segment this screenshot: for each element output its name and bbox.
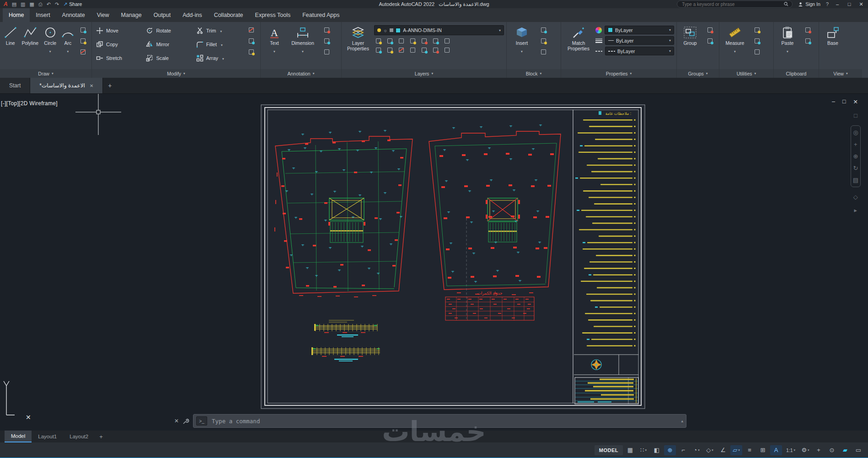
file-tab-document[interactable]: *الاعمدة والاساسات ✕	[30, 78, 103, 93]
object-snap-tracking-icon[interactable]: ∠	[717, 445, 729, 455]
save-icon[interactable]: ▦	[29, 1, 34, 7]
line-button[interactable]: Line	[2, 24, 19, 69]
fillet-button[interactable]: Fillet	[194, 38, 242, 51]
panel-label-annotation[interactable]: Annotation	[261, 69, 341, 78]
layer-lock-tool-icon[interactable]	[409, 38, 416, 44]
doc-restore-icon[interactable]: □	[842, 98, 846, 105]
layout-tab[interactable]: Layout1	[32, 431, 63, 442]
copy-button[interactable]: Copy	[94, 38, 142, 51]
polar-tracking-icon[interactable]: ◔	[691, 445, 702, 455]
measure-flyout-icon[interactable]	[734, 46, 736, 54]
orbit-icon[interactable]: ↻	[853, 165, 858, 172]
ribbon-tab[interactable]: Collaborate	[208, 8, 249, 22]
ortho-mode-icon[interactable]: ⌐	[677, 445, 689, 455]
base-button[interactable]: Base	[821, 24, 844, 69]
panel-label-block[interactable]: Block	[507, 69, 561, 78]
match-layer-icon[interactable]	[432, 38, 439, 44]
lineweight-select[interactable]: ByLayer ▾	[605, 36, 674, 45]
layer-walk-icon[interactable]	[444, 38, 450, 44]
sign-in-button[interactable]: Sign In	[798, 1, 820, 7]
panel-label-clipboard[interactable]: Clipboard	[774, 69, 819, 78]
ribbon-tab[interactable]: Annotate	[56, 8, 91, 22]
showmotion-icon[interactable]: ▤	[853, 177, 858, 183]
linetype-select[interactable]: ByLayer ▾	[605, 47, 674, 55]
layer-states-icon[interactable]	[444, 47, 450, 54]
layer-select-caret-icon[interactable]: ▾	[499, 28, 501, 32]
leader-icon[interactable]	[323, 27, 330, 33]
command-customize-icon[interactable]	[182, 418, 189, 425]
text-style-icon[interactable]	[323, 48, 330, 55]
erase-icon[interactable]	[248, 27, 255, 33]
layer-freeze-icon[interactable]	[398, 38, 405, 44]
dimension-button[interactable]: Dimension	[288, 24, 318, 69]
layer-lock-icon[interactable]	[390, 28, 393, 32]
ribbon-tab[interactable]: Home	[3, 8, 30, 22]
circle-button[interactable]: Circle	[42, 24, 59, 69]
close-tab-icon[interactable]: ✕	[90, 83, 93, 88]
ellipse-icon[interactable]	[80, 38, 86, 44]
doc-close-icon[interactable]: ✕	[853, 98, 858, 105]
viewcube-icon[interactable]: □	[854, 112, 857, 119]
share-button[interactable]: ↗ Share	[63, 1, 82, 7]
rectangle-icon[interactable]	[80, 27, 86, 33]
text-button[interactable]: A Text	[263, 24, 286, 69]
layer-on-icon[interactable]	[377, 28, 381, 32]
nav-expand-icon[interactable]: ▸	[854, 207, 857, 214]
layer-color-swatch[interactable]	[396, 28, 401, 33]
layer-thaw-all-icon[interactable]	[375, 47, 382, 54]
panel-label-draw[interactable]: Draw	[0, 69, 91, 78]
panel-label-view[interactable]: View	[819, 69, 862, 78]
array-button[interactable]: Array	[194, 51, 242, 65]
layer-off-icon[interactable]	[375, 38, 382, 44]
window-minimize-button[interactable]: –	[834, 1, 841, 7]
block-attributes-icon[interactable]	[540, 48, 547, 55]
arc-flyout-icon[interactable]	[67, 46, 69, 54]
scale-button[interactable]: Scale	[144, 51, 192, 65]
paste-button[interactable]: Paste	[776, 24, 799, 69]
panel-label-modify[interactable]: Modify	[92, 69, 260, 78]
insert-flyout-icon[interactable]	[521, 46, 523, 54]
ribbon-tab[interactable]: Manage	[115, 8, 148, 22]
isolate-objects-icon[interactable]: ⊙	[826, 445, 838, 455]
file-tab-start[interactable]: Start	[0, 78, 30, 93]
viewport-controls[interactable]: [-][Top][2D Wireframe]	[1, 100, 58, 107]
copy-to-layer-icon[interactable]	[409, 47, 416, 54]
pan-icon[interactable]: +	[854, 141, 857, 148]
explode-icon[interactable]	[248, 38, 255, 44]
panel-label-properties[interactable]: Properties	[561, 69, 676, 78]
layer-isolate-icon[interactable]	[386, 38, 393, 44]
drawing-canvas[interactable]: [-][Top][2D Wireframe] – □ ✕	[0, 94, 868, 431]
clean-screen-icon[interactable]: ▭	[852, 445, 864, 455]
table-icon[interactable]	[323, 38, 330, 44]
annotation-scale-icon[interactable]: 1:1	[783, 445, 798, 455]
infer-constraints-icon[interactable]: ◧	[651, 445, 663, 455]
copy-clip-icon[interactable]	[804, 38, 811, 44]
paste-flyout-icon[interactable]	[787, 46, 788, 54]
layout-tab[interactable]: Model	[5, 431, 32, 442]
trim-button[interactable]: Trim	[194, 24, 242, 38]
circle-flyout-icon[interactable]	[49, 46, 51, 54]
dynamic-input-icon[interactable]: ⊕	[664, 445, 676, 455]
ribbon-tab[interactable]: View	[91, 8, 115, 22]
arc-button[interactable]: Arc	[60, 24, 75, 69]
measure-button[interactable]: Measure	[722, 24, 748, 69]
dimension-flyout-icon[interactable]	[302, 46, 304, 54]
command-input[interactable]	[211, 417, 677, 425]
window-close-button[interactable]: ✕	[858, 1, 864, 7]
object-snap-icon[interactable]: ▱	[730, 445, 742, 455]
object-color-select[interactable]: ByLayer ▾	[605, 26, 674, 34]
panel-label-groups[interactable]: Groups	[677, 69, 719, 78]
fillet-flyout-icon[interactable]	[220, 42, 223, 47]
linetype-icon[interactable]	[595, 51, 602, 52]
undo-icon[interactable]: ↶	[47, 1, 51, 7]
annotation-monitor-icon[interactable]: +	[813, 445, 825, 455]
quick-select-icon[interactable]	[754, 27, 761, 33]
layer-thaw-icon[interactable]: ☼	[383, 28, 387, 33]
grid-display-icon[interactable]: ▦	[624, 445, 636, 455]
rotate-button[interactable]: Rotate	[144, 24, 192, 38]
layer-properties-button[interactable]: Layer Properties	[344, 24, 372, 69]
snap-mode-icon[interactable]: ∷	[638, 445, 649, 455]
graphics-performance-icon[interactable]: ▰	[839, 445, 851, 455]
window-maximize-button[interactable]: □	[846, 1, 852, 7]
new-drawing-tab-button[interactable]: +	[103, 78, 117, 93]
